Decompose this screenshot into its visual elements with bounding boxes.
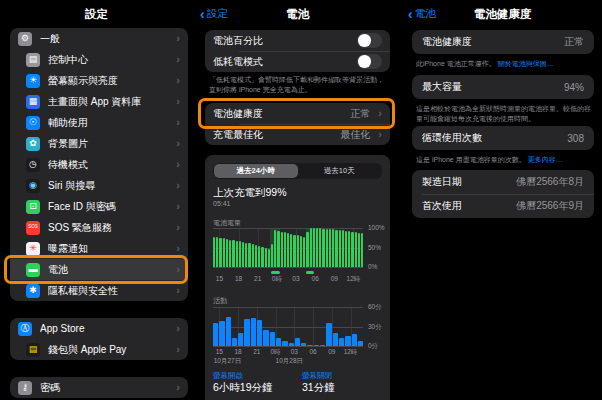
screen-on-label[interactable]: 螢幕開啟 [213,371,243,381]
max-capacity-label: 最大容量 [422,80,556,94]
battery-health-row[interactable]: 電池健康度 正常 › [205,103,390,124]
battery-level-chart: 100%50%0% [213,228,363,267]
last-charge-time: 05:41 [213,200,231,207]
sidebar-item-exposure[interactable]: ✳曝露通知› [10,238,188,259]
bar [229,240,231,267]
chevron-right-icon: › [176,54,180,65]
sidebar-item-label: Face ID 與密碼 [48,200,168,214]
sidebar-item-label: 一般 [40,32,168,46]
bar [223,238,225,267]
bar [333,333,338,346]
sidebar-item-label: 待機模式 [48,158,168,172]
optimized-charging-row[interactable]: 充電最佳化 最佳化 › [205,124,390,145]
manufacture-date-value: 佛曆2566年8月 [516,175,584,189]
bar [287,233,289,267]
battery-title: 電池 [195,7,400,22]
sidebar-item-label: 曝露通知 [48,242,168,256]
sidebar-item-emergency-sos[interactable]: SOSSOS 緊急服務› [10,217,188,238]
health-status-value: 正常 [564,35,584,49]
optimized-charging-value: 最佳化 [340,128,370,142]
sidebar-item-label: 隱私權與安全性 [48,284,168,298]
bar [348,231,350,267]
x-axis-tick-label: 21 [253,348,260,355]
sidebar-item-label: 背景圖片 [48,137,168,151]
sidebar-item-wallpaper[interactable]: ✿背景圖片› [10,133,188,154]
y-axis-tick-label: 0% [368,263,377,270]
sidebar-item-label: 錢包與 Apple Pay [48,343,168,357]
footnote-text: 這是 iPhone 用盡電池容量的次數。 [416,156,526,163]
bar [216,237,218,267]
x-axis-tick-label: 0時 [272,275,282,284]
segment-last-10-days[interactable]: 過去10天 [298,164,382,178]
bar [242,242,244,267]
sidebar-item-accessibility[interactable]: ☉輔助使用› [10,112,188,133]
x-axis-tick-label: 03 [292,275,299,282]
bar [226,317,231,346]
cycle-count-row: 循環使用次數 308 [412,126,594,150]
sidebar-item-siri-search[interactable]: ◉Siri 與搜尋› [10,175,188,196]
bar [306,232,308,267]
bar [345,231,347,267]
brightness-icon: ☀ [26,74,40,88]
sidebar-item-display-brightness[interactable]: ☀螢幕顯示與亮度› [10,70,188,91]
bar [213,237,215,267]
bar [239,241,241,267]
charging-time-marker [271,271,280,274]
x-axis-tick-label: 0時 [270,348,280,357]
bar [301,343,306,346]
sidebar-item-wallet[interactable]: ▤錢包與 Apple Pay› [10,339,188,360]
segment-last-24-hours[interactable]: 過去24小時 [214,164,298,178]
battery-percentage-toggle[interactable] [357,33,382,48]
bar [257,320,262,346]
sidebar-item-label: SOS 緊急服務 [48,221,168,235]
chevron-right-icon: › [176,138,180,149]
control-center-icon: ▤ [26,53,40,67]
low-power-mode-label: 低耗電模式 [213,55,349,69]
bar [261,247,263,267]
bar [244,319,249,346]
battery-usage-card: 過去24小時 過去10天 上次充電到99% 05:41 電池電量 100%50%… [205,155,390,400]
bar [258,246,260,267]
privacy-hand-icon: ✱ [26,284,40,298]
battery-health-panel: ‹ 電池 電池健康度 電池健康度 正常 此iPhone 電池正常運作。 關於電池… [403,0,602,400]
sidebar-item-passwords[interactable]: ⚷密碼› [10,377,188,398]
sidebar-item-face-id[interactable]: ⊡Face ID 與密碼› [10,196,188,217]
activity-chart: 60分30分0分 [213,307,363,346]
sidebar-item-privacy[interactable]: ✱隱私權與安全性› [10,280,188,301]
max-capacity-footnote: 這是相較於電池為全新狀態時測量的電池容量。較低的容量可能會縮短每次充電後的使用時… [416,104,592,124]
bar [265,248,267,267]
sidebar-item-standby[interactable]: ◷待機模式› [10,154,188,175]
cycle-count-card: 循環使用次數 308 [412,126,594,150]
bar [345,336,350,346]
bar [307,345,312,346]
footnote-text: 這是相較於電池為全新狀態時測量的電池容量。較低的容量可能會縮短每次充電後的使用時… [416,105,591,122]
x-axis-tick-label: 12時 [344,348,358,357]
max-capacity-value: 94% [564,82,584,93]
learn-more-link[interactable]: 更多內容… [528,156,563,163]
chevron-right-icon: › [176,243,180,254]
bar [358,233,360,267]
battery-warranty-link[interactable]: 關於電池與保固… [498,60,554,67]
bar [310,228,312,267]
sidebar-item-battery[interactable]: ▬電池› [10,259,188,280]
sidebar-item-control-center[interactable]: ▤控制中心› [10,49,188,70]
manufacture-date-row: 製造日期 佛曆2566年8月 [412,170,594,194]
sidebar-item-general[interactable]: ⚙一般› [10,28,188,49]
sidebar-title: 設定 [0,7,193,22]
bar [314,345,319,346]
x-axis-tick-label: 09 [331,275,338,282]
bar [226,239,228,267]
chevron-right-icon: › [176,222,180,233]
sidebar-item-home-screen[interactable]: ▦主畫面與 App 資料庫› [10,91,188,112]
sidebar-item-app-store[interactable]: ⒶApp Store› [10,318,188,339]
bar [263,330,268,346]
bar-series [213,307,363,346]
bar [274,230,276,267]
screen-off-label[interactable]: 螢幕關閉 [302,371,332,381]
bar [213,323,218,346]
standby-clock-icon: ◷ [26,158,40,172]
bar [219,238,221,267]
exposure-icon: ✳ [26,242,40,256]
low-power-mode-toggle[interactable] [357,54,382,69]
cycle-count-label: 循環使用次數 [422,131,559,145]
